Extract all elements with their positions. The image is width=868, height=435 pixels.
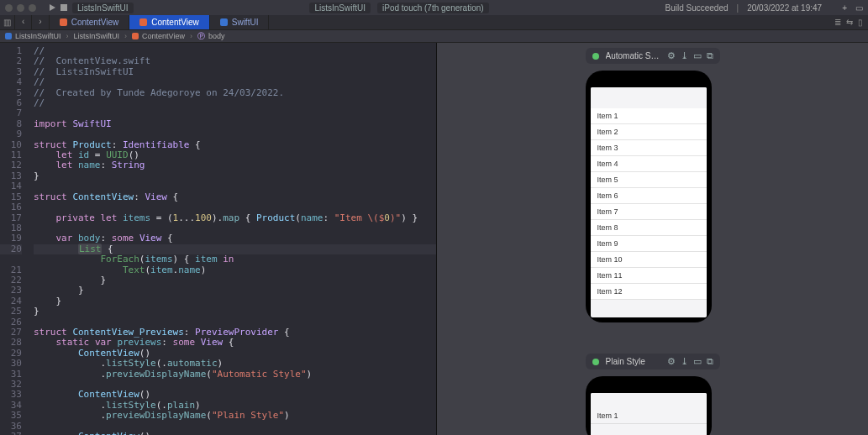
close-icon[interactable] [5, 4, 13, 12]
editor-tabs: ▥ ‹ › ContentView ContentView SwiftUI ≣ … [0, 15, 868, 30]
list-item[interactable]: Item 7 [591, 204, 707, 220]
window-traffic-lights[interactable] [5, 4, 36, 12]
preview-pin-icon[interactable]: ⤓ [681, 50, 688, 61]
jump-bar[interactable]: ListsInSwiftUI ListsInSwiftUI ContentVie… [0, 30, 868, 43]
preview-duplicate-icon[interactable]: ⧉ [707, 356, 713, 367]
build-timestamp: 20/03/2022 at 19:47 [747, 3, 822, 13]
source-editor[interactable]: 1 2 3 4 5 6 7 8 9 10 11 12 13 14 15 16 1… [0, 43, 437, 435]
preview-plain: Plain Style ⚙ ⤓ ▭ ⧉ Item 1 [586, 354, 720, 435]
zoom-icon[interactable] [29, 4, 36, 12]
tab-label: ContentView [71, 18, 119, 27]
list-item[interactable]: Item 1 [591, 408, 707, 424]
preview-title: Plain Style [606, 357, 660, 366]
list-item[interactable]: Item 9 [591, 236, 707, 252]
preview-inspect-icon[interactable]: ▭ [693, 356, 702, 367]
live-icon [592, 359, 599, 365]
list-item[interactable]: Item 10 [591, 252, 707, 268]
list-item[interactable]: Item 3 [591, 140, 707, 156]
preview-settings-icon[interactable]: ⚙ [667, 50, 676, 61]
list-item[interactable]: Item 11 [591, 268, 707, 284]
live-icon [592, 53, 599, 60]
swift-file-icon [139, 18, 147, 26]
target-device[interactable]: iPod touch (7th generation) [377, 3, 489, 13]
panels-icon[interactable]: ▭ [855, 3, 863, 13]
build-status: Build Succeeded [665, 3, 729, 13]
swift-file-icon [132, 33, 139, 39]
library-icon[interactable]: + [842, 3, 847, 13]
tab-contentview-2[interactable]: ContentView [129, 15, 210, 29]
list-item[interactable]: Item 8 [591, 220, 707, 236]
list-item[interactable]: Item 1 [591, 108, 707, 124]
history-fwd-icon[interactable]: › [32, 15, 49, 29]
swift-file-icon [60, 18, 67, 26]
stop-button[interactable] [60, 4, 67, 11]
list-item[interactable]: Item 4 [591, 156, 707, 172]
add-editor-icon[interactable]: ▯ [858, 18, 863, 27]
crumb-folder[interactable]: ListsInSwiftUI [74, 32, 120, 40]
target-scheme[interactable]: ListsInSwiftUI [309, 3, 371, 13]
editor-options-icon[interactable]: ≣ [834, 18, 841, 27]
run-button[interactable] [50, 4, 55, 11]
list-item[interactable]: Item 2 [591, 124, 707, 140]
history-back-icon[interactable]: ‹ [15, 15, 32, 29]
project-icon [5, 33, 12, 39]
preview-canvas[interactable]: Automatic Style ⚙ ⤓ ▭ ⧉ Item 1Item 2Item… [437, 43, 868, 435]
preview-list[interactable]: Item 1Item 2Item 3Item 4Item 5Item 6Item… [591, 108, 707, 300]
minimize-icon[interactable] [17, 4, 24, 12]
crumb-file[interactable]: ContentView [142, 32, 185, 40]
preview-automatic: Automatic Style ⚙ ⤓ ▭ ⧉ Item 1Item 2Item… [586, 48, 720, 322]
device-frame: Item 1Item 2Item 3Item 4Item 5Item 6Item… [586, 71, 712, 322]
preview-list[interactable]: Item 1 [591, 408, 707, 424]
preview-title: Automatic Style [606, 51, 660, 60]
preview-header[interactable]: Plain Style ⚙ ⤓ ▭ ⧉ [586, 354, 720, 369]
swift-module-icon [220, 18, 228, 26]
tab-swiftui[interactable]: SwiftUI [210, 15, 270, 29]
preview-inspect-icon[interactable]: ▭ [693, 50, 702, 61]
scheme-selector[interactable]: ListsInSwiftUI [72, 3, 134, 13]
crumb-project[interactable]: ListsInSwiftUI [15, 32, 61, 40]
preview-header[interactable]: Automatic Style ⚙ ⤓ ▭ ⧉ [586, 48, 720, 64]
list-item[interactable]: Item 12 [591, 284, 707, 300]
preview-duplicate-icon[interactable]: ⧉ [707, 50, 713, 61]
line-gutter[interactable]: 1 2 3 4 5 6 7 8 9 10 11 12 13 14 15 16 1… [0, 43, 27, 435]
crumb-symbol[interactable]: body [208, 32, 225, 40]
assistant-icon[interactable]: ⇆ [846, 18, 853, 27]
tab-label: SwiftUI [232, 18, 259, 27]
preview-settings-icon[interactable]: ⚙ [667, 356, 676, 367]
code-area[interactable]: // // ContentView.swift // ListsInSwiftU… [27, 43, 436, 435]
list-item[interactable]: Item 5 [591, 172, 707, 188]
title-bar: ListsInSwiftUI ListsInSwiftUI iPod touch… [0, 0, 868, 15]
device-frame: Item 1 [586, 376, 712, 435]
list-item[interactable]: Item 6 [591, 188, 707, 204]
tab-contentview-1[interactable]: ContentView [50, 15, 130, 29]
preview-pin-icon[interactable]: ⤓ [681, 356, 688, 367]
tab-label: ContentView [151, 18, 199, 27]
navigator-toggle-icon[interactable]: ▥ [0, 15, 15, 29]
